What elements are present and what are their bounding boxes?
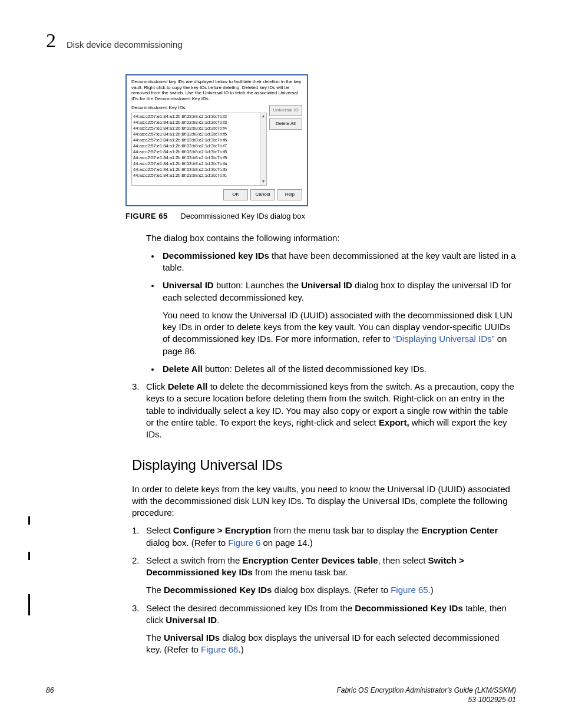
- chapter-number: 2: [46, 31, 56, 51]
- universal-id-button[interactable]: Universal ID: [269, 105, 302, 116]
- key-id-row[interactable]: 44:ac:c2:57:e1:84:a1:2b:6f:03:b8:c2:1d:3…: [133, 114, 259, 120]
- footer-docnum: 53-1002925-01: [336, 695, 516, 704]
- bullet-universal-id-detail: You need to know the Universal ID (UUID)…: [163, 309, 516, 357]
- key-id-row[interactable]: 44:ac:c2:57:e1:84:a1:2b:6f:03:b8:c2:1d:3…: [133, 155, 259, 161]
- revision-bar: [28, 594, 30, 615]
- section2-intro: In order to delete keys from the key vau…: [132, 483, 516, 519]
- footer-title: Fabric OS Encryption Administrator's Gui…: [336, 686, 516, 695]
- figure-65: Decommissioned key IDs are displayed bel…: [125, 74, 516, 222]
- key-id-row[interactable]: 44:ac:c2:57:e1:84:a1:2b:6f:03:b8:c2:1d:3…: [133, 149, 259, 155]
- lead-paragraph: The dialog box contains the following in…: [146, 232, 516, 244]
- section-title-displaying-universal-ids: Displaying Universal IDs: [132, 456, 516, 475]
- bullet-decommissioned-key-ids: Decommissioned key IDs that have been de…: [160, 250, 516, 274]
- running-title: Disk device decommissioning: [67, 39, 183, 51]
- key-id-list[interactable]: 44:ac:c2:57:e1:84:a1:2b:6f:03:b8:c2:1d:3…: [131, 113, 260, 186]
- key-id-row[interactable]: 44:ac:c2:57:e1:84:a1:2b:6f:03:b8:c2:1d:3…: [133, 143, 259, 149]
- list-header: Decommissioned Key IDs: [131, 105, 267, 111]
- key-id-row[interactable]: 44:ac:c2:57:e1:84:a1:2b:6f:03:b8:c2:1d:3…: [133, 131, 259, 137]
- link-figure-66[interactable]: Figure 66: [201, 644, 238, 654]
- body-content: The dialog box contains the following in…: [146, 232, 516, 375]
- key-id-row[interactable]: 44:ac:c2:57:e1:84:a1:2b:6f:03:b8:c2:1d:3…: [133, 167, 259, 173]
- figure-label: FIGURE 65: [125, 212, 168, 220]
- bullet-universal-id: Universal ID button: Launches the Univer…: [160, 279, 516, 357]
- link-figure-65[interactable]: Figure 65: [391, 585, 428, 595]
- key-id-row[interactable]: 44:ac:c2:57:e1:84:a1:2b:6f:03:b8:c2:1d:3…: [133, 173, 259, 179]
- scroll-up-icon[interactable]: ▴: [262, 113, 265, 120]
- figure-caption: FIGURE 65 Decommissioned Key IDs dialog …: [125, 211, 516, 222]
- step-3: 3. Select the desired decommissioned key…: [132, 602, 516, 656]
- page-header: 2 Disk device decommissioning: [46, 31, 516, 51]
- step-2: 2. Select a switch from the Encryption C…: [132, 555, 516, 597]
- key-id-row[interactable]: 44:ac:c2:57:e1:84:a1:2b:6f:03:b8:c2:1d:3…: [133, 161, 259, 167]
- page-number: 86: [46, 686, 54, 704]
- delete-all-button[interactable]: Delete All: [269, 118, 302, 130]
- figure-caption-text: Decommissioned Key IDs dialog box: [180, 212, 305, 220]
- scrollbar[interactable]: ▴ ▾: [260, 113, 267, 186]
- key-id-row[interactable]: 44:ac:c2:57:e1:84:a1:2b:6f:03:b8:c2:1d:3…: [133, 126, 259, 131]
- help-button[interactable]: Help: [277, 189, 302, 200]
- link-displaying-universal-ids[interactable]: “Displaying Universal IDs”: [393, 334, 495, 344]
- bullet-delete-all: Delete All button: Deletes all of the li…: [160, 363, 516, 375]
- scroll-down-icon[interactable]: ▾: [262, 179, 265, 185]
- cancel-button[interactable]: Cancel: [250, 189, 275, 200]
- revision-bar: [28, 516, 30, 525]
- ok-button[interactable]: OK: [223, 189, 248, 200]
- decommissioned-key-ids-dialog: Decommissioned key IDs are displayed bel…: [125, 74, 308, 206]
- dialog-intro-text: Decommissioned key IDs are displayed bel…: [131, 79, 302, 101]
- step-3-delete-all: 3. Click Delete All to delete the decomm…: [132, 381, 516, 440]
- link-figure-6[interactable]: Figure 6: [228, 538, 260, 548]
- step-1: 1. Select Configure > Encryption from th…: [132, 525, 516, 549]
- key-id-row[interactable]: 44:ac:c2:57:e1:84:a1:2b:6f:03:b8:c2:1d:3…: [133, 137, 259, 143]
- key-id-row[interactable]: 44:ac:c2:57:e1:84:a1:2b:6f:03:b8:c2:1d:3…: [133, 120, 259, 126]
- page-footer: 86 Fabric OS Encryption Administrator's …: [46, 686, 516, 704]
- revision-bar: [28, 552, 30, 560]
